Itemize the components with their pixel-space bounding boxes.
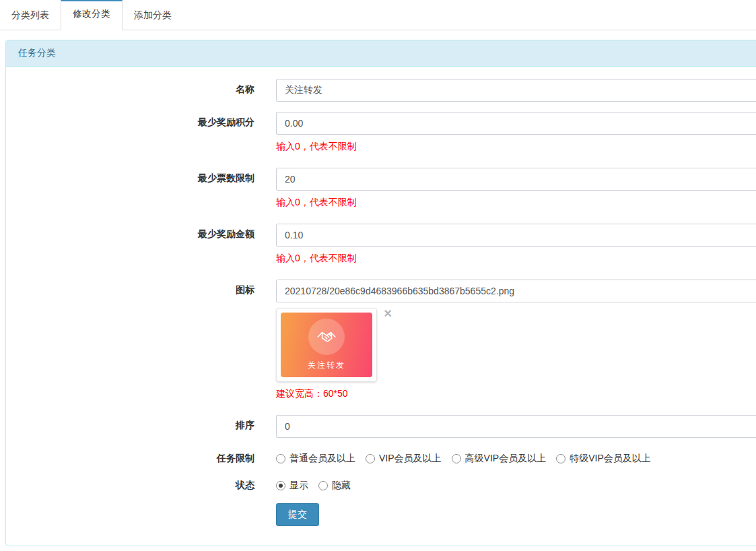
status-option-show[interactable]: 显示 (276, 480, 308, 492)
min-votes-label: 最少票数限制 (16, 168, 254, 214)
status-radio-hide[interactable] (318, 481, 328, 490)
min-amount-label: 最少奖励金额 (16, 224, 254, 269)
submit-button[interactable]: 提交 (276, 503, 319, 526)
submit-row: 提交 (16, 503, 756, 526)
icon-preview-frame: 关注转发 (276, 308, 377, 382)
icon-preview: 关注转发 × (276, 308, 377, 382)
task-limit-option-super-vip[interactable]: 特级VIP会员及以上 (556, 453, 651, 465)
min-points-field-row: 最少奖励积分 输入0，代表不限制 (16, 112, 756, 158)
sort-field-row: 排序 (16, 415, 756, 438)
tab-bar: 分类列表 修改分类 添加分类 (0, 0, 756, 30)
status-radio-show[interactable] (276, 481, 285, 490)
name-input[interactable] (276, 79, 756, 102)
icon-label: 图标 (16, 280, 254, 405)
name-label: 名称 (16, 79, 254, 102)
min-points-input[interactable] (276, 112, 756, 135)
panel-body: 名称 最少奖励积分 输入0，代表不限制 最少票数限制 输入0，代表不限制 (6, 67, 756, 538)
radio-label: 特级VIP会员及以上 (570, 453, 651, 465)
radio-label: 普通会员及以上 (289, 453, 355, 465)
min-amount-field-row: 最少奖励金额 输入0，代表不限制 (16, 224, 756, 269)
task-limit-option-vip[interactable]: VIP会员及以上 (366, 453, 442, 465)
name-field-row: 名称 (16, 79, 756, 102)
sort-label: 排序 (16, 415, 254, 438)
sort-input[interactable] (276, 415, 756, 438)
task-category-panel: 任务分类 名称 最少奖励积分 输入0，代表不限制 最少票数限制 (5, 40, 756, 546)
icon-field-row: 图标 (16, 280, 756, 405)
task-limit-radio-super-vip[interactable] (556, 454, 565, 463)
tab-edit-category[interactable]: 修改分类 (61, 0, 123, 30)
task-limit-radio-normal[interactable] (276, 454, 285, 463)
min-amount-input[interactable] (276, 224, 756, 247)
status-row: 状态 显示 隐藏 (16, 475, 756, 492)
min-votes-input[interactable] (276, 168, 756, 191)
tab-add-category[interactable]: 添加分类 (123, 0, 183, 30)
icon-size-hint: 建议宽高：60*50 (276, 388, 756, 400)
radio-label: 高级VIP会员及以上 (465, 453, 547, 465)
min-points-hint: 输入0，代表不限制 (276, 141, 756, 153)
icon-preview-caption: 关注转发 (308, 360, 345, 371)
page: 分类列表 修改分类 添加分类 任务分类 名称 最少奖励积分 输入0，代表不限制 (0, 0, 756, 551)
tab-category-list[interactable]: 分类列表 (0, 0, 61, 30)
status-option-hide[interactable]: 隐藏 (318, 480, 351, 492)
task-limit-radio-vip[interactable] (366, 454, 375, 463)
task-limit-option-normal[interactable]: 普通会员及以上 (276, 453, 355, 465)
status-label: 状态 (16, 475, 254, 492)
handshake-icon (308, 319, 345, 355)
task-limit-row: 任务限制 普通会员及以上 VIP会员及以上 高级VIP会员及以上 (16, 448, 756, 465)
radio-label: 显示 (289, 480, 308, 492)
task-limit-label: 任务限制 (16, 448, 254, 465)
min-votes-field-row: 最少票数限制 输入0，代表不限制 (16, 168, 756, 214)
remove-image-icon[interactable]: × (384, 308, 392, 319)
radio-label: 隐藏 (332, 480, 351, 492)
task-limit-radio-senior-vip[interactable] (452, 454, 461, 463)
icon-preview-image: 关注转发 (281, 313, 372, 377)
min-points-label: 最少奖励积分 (16, 112, 254, 158)
task-limit-option-senior-vip[interactable]: 高级VIP会员及以上 (452, 453, 547, 465)
radio-label: VIP会员及以上 (379, 453, 442, 465)
min-amount-hint: 输入0，代表不限制 (276, 253, 756, 265)
panel-title: 任务分类 (6, 40, 756, 67)
min-votes-hint: 输入0，代表不限制 (276, 197, 756, 209)
icon-path-input[interactable] (276, 280, 756, 302)
